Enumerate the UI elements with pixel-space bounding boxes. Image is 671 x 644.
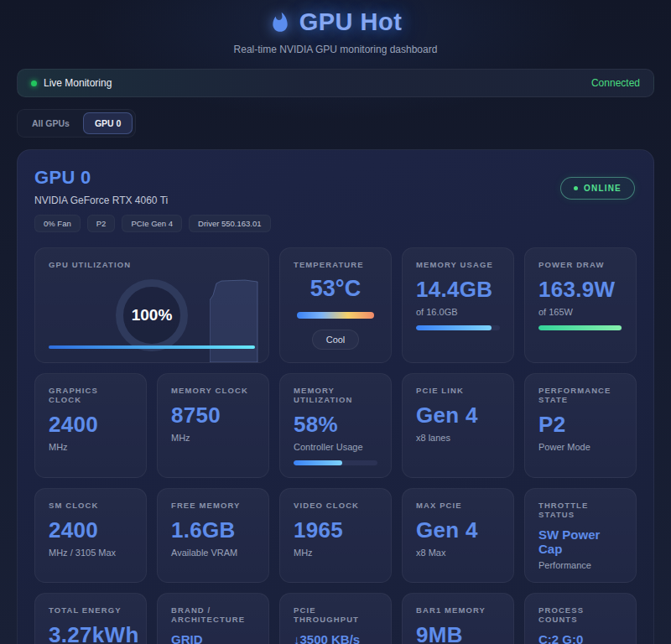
card-label: THROTTLE STATUS: [538, 501, 622, 519]
card-pcie-link: PCIE LINK Gen 4 x8 lanes: [402, 373, 514, 478]
card-pcie-throughput: PCIE THROUGHPUT ↓3500 KB/s ↑0 KB/s: [279, 593, 392, 644]
card-max-pcie: MAX PCIE Gen 4 x8 Max: [402, 488, 514, 583]
graphics-clock-value: 2400: [49, 412, 133, 438]
memory-usage-progress-fill: [416, 325, 492, 330]
tab-gpu-0[interactable]: GPU 0: [83, 112, 133, 134]
card-performance-state: PERFORMANCE STATE P2 Power Mode: [524, 373, 637, 478]
graphics-clock-sub: MHz: [49, 442, 133, 452]
temperature-status-badge: Cool: [312, 330, 360, 350]
memory-usage-progress-track: [416, 325, 500, 330]
card-label: FREE MEMORY: [171, 501, 255, 510]
card-label: PCIE LINK: [416, 386, 500, 395]
card-memory-utilization: MEMORY UTILIZATION 58% Controller Usage: [279, 373, 392, 478]
bar1-memory-value: 9MB: [416, 622, 500, 644]
card-label: PERFORMANCE STATE: [538, 386, 622, 404]
memory-usage-value: 14.4GB: [416, 277, 500, 303]
card-throttle-status: THROTTLE STATUS SW Power Cap Performance: [524, 488, 637, 583]
card-brand-architecture: BRAND / ARCHITECTURE GRID Ada Lovelace: [157, 593, 269, 644]
max-pcie-sub: x8 Max: [416, 548, 500, 558]
live-status-bar: Live Monitoring Connected: [17, 69, 654, 97]
live-dot-icon: [31, 80, 37, 86]
card-bar1-memory: BAR1 MEMORY 9MB of 16.0GB: [402, 593, 514, 644]
total-energy-value: 3.27kWh: [49, 622, 133, 644]
app-title: GPU Hot: [299, 8, 403, 36]
utilization-value: 100%: [132, 306, 173, 325]
memory-usage-sub: of 16.0GB: [416, 307, 500, 317]
utilization-history-sparkline: [210, 275, 258, 362]
max-pcie-value: Gen 4: [416, 517, 500, 543]
card-power-draw: POWER DRAW 163.9W of 165W: [524, 247, 637, 363]
card-memory-clock: MEMORY CLOCK 8750 MHz: [157, 373, 269, 478]
card-video-clock: VIDEO CLOCK 1965 MHz: [279, 488, 392, 583]
brand-architecture-value: GRID: [171, 632, 255, 644]
card-label: TOTAL ENERGY: [49, 605, 133, 615]
temperature-value: 53°C: [294, 276, 377, 302]
card-memory-usage: MEMORY USAGE 14.4GB of 16.0GB: [402, 247, 514, 363]
flame-icon: [269, 12, 291, 34]
card-process-counts: PROCESS COUNTS C:2 G:0 Compute / Graphic…: [524, 593, 637, 644]
card-free-memory: FREE MEMORY 1.6GB Available VRAM: [157, 488, 269, 583]
utilization-progress-bar: [49, 345, 255, 349]
card-label: VIDEO CLOCK: [294, 501, 377, 510]
memory-clock-sub: MHz: [171, 433, 255, 443]
tab-all-gpus[interactable]: All GPUs: [20, 112, 81, 134]
online-label: ONLINE: [584, 184, 622, 193]
card-label: POWER DRAW: [538, 260, 622, 269]
card-label: BAR1 MEMORY: [416, 605, 500, 615]
power-draw-value: 163.9W: [538, 277, 622, 303]
free-memory-value: 1.6GB: [171, 517, 255, 543]
video-clock-sub: MHz: [294, 548, 377, 558]
card-graphics-clock: GRAPHICS CLOCK 2400 MHz: [34, 373, 147, 478]
card-label: SM CLOCK: [49, 501, 133, 510]
card-label: MEMORY CLOCK: [171, 386, 255, 395]
pcie-link-value: Gen 4: [416, 402, 500, 428]
app-subtitle: Real-time NVIDIA GPU monitoring dashboar…: [0, 44, 671, 55]
temperature-gradient-bar: [297, 312, 374, 319]
card-label: PROCESS COUNTS: [538, 605, 622, 624]
gpu-title: GPU 0: [34, 167, 637, 189]
card-label: GPU UTILIZATION: [49, 260, 255, 269]
throttle-status-sub: Performance: [538, 560, 622, 570]
memory-utilization-progress-fill: [294, 460, 342, 465]
power-draw-progress-fill: [538, 325, 622, 330]
fan-badge: 0% Fan: [34, 215, 81, 232]
sm-clock-sub: MHz / 3105 Max: [49, 548, 133, 558]
utilization-ring-gauge: 100%: [116, 279, 188, 351]
driver-badge: Driver 550.163.01: [189, 215, 271, 232]
memory-utilization-value: 58%: [294, 412, 377, 438]
pcie-badge: PCIe Gen 4: [122, 215, 182, 232]
online-status-badge: ONLINE: [560, 177, 635, 200]
card-temperature: TEMPERATURE 53°C Cool: [279, 247, 392, 363]
gpu-badge-row: 0% Fan P2 PCIe Gen 4 Driver 550.163.01: [34, 215, 637, 232]
pcie-throughput-rx-value: ↓3500 KB/s: [294, 632, 377, 644]
live-monitoring-label: Live Monitoring: [44, 77, 112, 89]
card-label: PCIE THROUGHPUT: [294, 605, 377, 624]
metric-grid: GPU UTILIZATION 100% TEMPERATURE 53°C Co…: [34, 247, 637, 644]
gpu-tab-bar: All GPUs GPU 0: [17, 109, 136, 138]
connection-status: Connected: [591, 77, 640, 89]
memory-utilization-progress-track: [294, 460, 377, 465]
card-label: BRAND / ARCHITECTURE: [171, 605, 255, 624]
memory-clock-value: 8750: [171, 402, 255, 428]
pstate-badge: P2: [87, 215, 116, 232]
gpu-name: NVIDIA GeForce RTX 4060 Ti: [34, 195, 637, 206]
card-gpu-utilization: GPU UTILIZATION 100%: [34, 247, 269, 363]
app-header: GPU Hot Real-time NVIDIA GPU monitoring …: [0, 0, 671, 55]
memory-utilization-sub: Controller Usage: [294, 442, 377, 452]
online-dot-icon: [574, 186, 578, 190]
throttle-status-value: SW Power Cap: [538, 527, 622, 556]
card-label: TEMPERATURE: [294, 260, 377, 269]
power-draw-progress-track: [538, 325, 622, 330]
power-draw-sub: of 165W: [538, 307, 622, 317]
performance-state-sub: Power Mode: [538, 442, 622, 452]
card-label: MEMORY USAGE: [416, 260, 500, 269]
video-clock-value: 1965: [294, 517, 377, 543]
pcie-link-sub: x8 lanes: [416, 433, 500, 443]
gpu-panel: GPU 0 NVIDIA GeForce RTX 4060 Ti 0% Fan …: [17, 149, 654, 644]
card-label: MAX PCIE: [416, 501, 500, 510]
card-label: MEMORY UTILIZATION: [294, 386, 377, 404]
performance-state-value: P2: [538, 412, 622, 438]
card-total-energy: TOTAL ENERGY 3.27kWh Since driver load: [34, 593, 147, 644]
card-label: GRAPHICS CLOCK: [49, 386, 133, 404]
process-counts-value: C:2 G:0: [538, 632, 622, 644]
